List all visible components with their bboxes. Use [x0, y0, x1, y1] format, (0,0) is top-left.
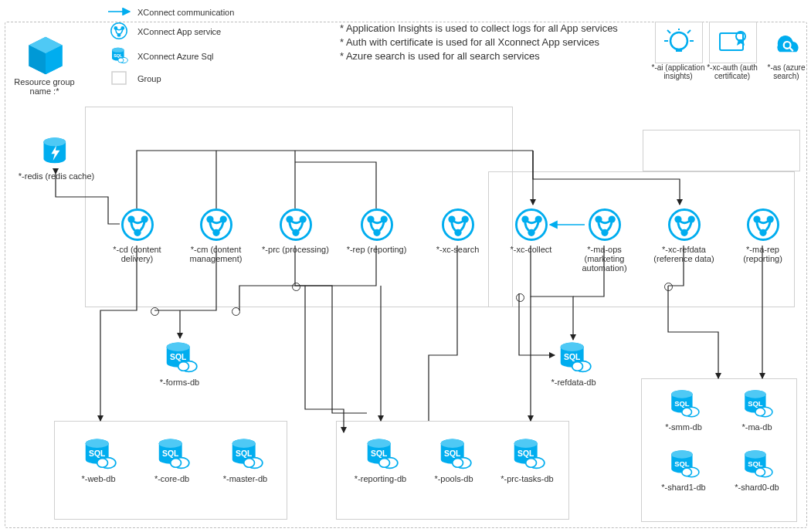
- sql-icon: [363, 436, 399, 472]
- service-ai: [655, 22, 703, 63]
- sql-pools: *-pools-db: [417, 436, 490, 483]
- sql-forms: *-forms-db: [143, 340, 216, 387]
- sql-prctasks: *-prc-tasks-db: [490, 436, 564, 483]
- sql-icon: [510, 436, 545, 472]
- sql-label: *-reporting-db: [344, 474, 417, 483]
- service-xcauth-label: *-xc-auth (auth certificate): [705, 63, 759, 80]
- junction: [232, 307, 240, 316]
- app-icon: [514, 207, 549, 242]
- sql-label: *-core-db: [135, 474, 209, 483]
- sql-label: *-smm-db: [649, 422, 718, 432]
- app-icon: [745, 207, 781, 242]
- app-marep: *-ma-rep (reporting): [726, 207, 799, 263]
- sql-label: *-master-db: [209, 474, 282, 483]
- app-icon: [278, 207, 314, 242]
- sql-icon: [741, 448, 773, 480]
- junction: [516, 293, 524, 302]
- app-label: *-xc-refdata (reference data): [647, 245, 721, 263]
- sql-icon: [741, 388, 773, 420]
- redis-icon: [39, 135, 73, 169]
- sql-label: *-shard1-db: [649, 483, 718, 492]
- sql-label: *-forms-db: [143, 378, 216, 387]
- app-icon: [199, 207, 234, 242]
- sql-label: *-ma-db: [722, 422, 792, 432]
- sql-label: *-pools-db: [417, 474, 490, 483]
- sql-label: *-web-db: [62, 474, 135, 483]
- app-label: *-ma-rep (reporting): [726, 245, 799, 263]
- note-line: * Application Insights is used to collec…: [340, 22, 618, 36]
- sql-icon: [667, 448, 700, 480]
- redis-node: *-redis (redis cache): [14, 135, 99, 181]
- sql-icon: [81, 436, 117, 472]
- sql-icon: [556, 340, 592, 375]
- app-label: *-prc (processing): [259, 245, 332, 254]
- legend-group-label: Group: [137, 74, 161, 83]
- sql-shard0: *-shard0-db: [722, 448, 792, 492]
- junction: [664, 283, 673, 291]
- svg-rect-22: [112, 72, 126, 84]
- resource-group-label: Resource group name :*: [8, 77, 81, 96]
- sql-ma: *-ma-db: [722, 388, 792, 432]
- app-label: *-ma-ops (marketing automation): [568, 245, 641, 273]
- service-ai-label: *-ai (application insights): [651, 63, 705, 80]
- search-cloud-icon: [769, 26, 803, 57]
- legend: XConnect communication XConnect App serv…: [108, 8, 294, 91]
- cube-icon: [22, 35, 70, 76]
- app-label: *-cd (content delivery): [100, 245, 174, 263]
- app-cm: *-cm (content management): [179, 207, 253, 263]
- legend-comm-label: XConnect communication: [137, 8, 234, 17]
- sql-label: *-prc-tasks-db: [490, 474, 564, 483]
- junction: [292, 283, 300, 291]
- sql-smm: *-smm-db: [649, 388, 718, 432]
- app-xccollect: *-xc-collect: [494, 207, 568, 254]
- app-icon: [440, 207, 476, 242]
- legend-sql-icon: [108, 46, 130, 66]
- junction: [151, 307, 159, 316]
- legend-group-icon: [108, 71, 130, 86]
- app-label: *-rep (reporting): [340, 245, 413, 254]
- sql-web: *-web-db: [62, 436, 135, 483]
- service-xc-auth: [709, 22, 757, 63]
- app-icon: [667, 207, 702, 242]
- certificate-icon: [718, 29, 748, 56]
- legend-app-icon: [108, 22, 130, 42]
- sql-icon: [436, 436, 472, 472]
- app-label: *-cm (content management): [179, 245, 253, 263]
- service-as: [763, 22, 809, 62]
- app-prc: *-prc (processing): [259, 207, 332, 254]
- sql-shard1: *-shard1-db: [649, 448, 718, 492]
- app-xcsearch: *-xc-search: [421, 207, 494, 254]
- sql-icon: [667, 388, 700, 420]
- redis-label: *-redis (redis cache): [14, 171, 99, 181]
- legend-app-label: XConnect App service: [137, 27, 221, 36]
- note-line: * Auth with certificate is used for all …: [340, 36, 618, 49]
- app-label: *-xc-collect: [494, 245, 568, 254]
- app-icon: [120, 207, 155, 242]
- sql-label: *-refdata-db: [537, 378, 610, 387]
- sql-label: *-shard0-db: [722, 483, 792, 492]
- architecture-notes: * Application Insights is used to collec…: [340, 22, 618, 63]
- sql-core: *-core-db: [135, 436, 209, 483]
- group-refdata-app: [643, 130, 800, 171]
- sql-icon: [154, 436, 190, 472]
- sql-reporting: *-reporting-db: [344, 436, 417, 483]
- app-cd: *-cd (content delivery): [100, 207, 174, 263]
- note-line: * Azure search is used for all search se…: [340, 49, 618, 63]
- legend-arrow-icon: [108, 8, 130, 17]
- resource-group-node: [11, 35, 80, 79]
- app-icon: [587, 207, 623, 242]
- bulb-icon: [663, 29, 694, 56]
- sql-icon: [162, 340, 198, 375]
- legend-sql-label: XConnect Azure Sql: [137, 52, 213, 61]
- sql-refdata: *-refdata-db: [537, 340, 610, 387]
- app-icon: [359, 207, 395, 242]
- app-label: *-xc-search: [421, 245, 494, 254]
- app-maops: *-ma-ops (marketing automation): [568, 207, 641, 273]
- app-rep: *-rep (reporting): [340, 207, 413, 254]
- service-as-label: *-as (azure search): [759, 63, 811, 80]
- sql-master: *-master-db: [209, 436, 282, 483]
- sql-icon: [228, 436, 263, 472]
- app-refdata: *-xc-refdata (reference data): [647, 207, 721, 263]
